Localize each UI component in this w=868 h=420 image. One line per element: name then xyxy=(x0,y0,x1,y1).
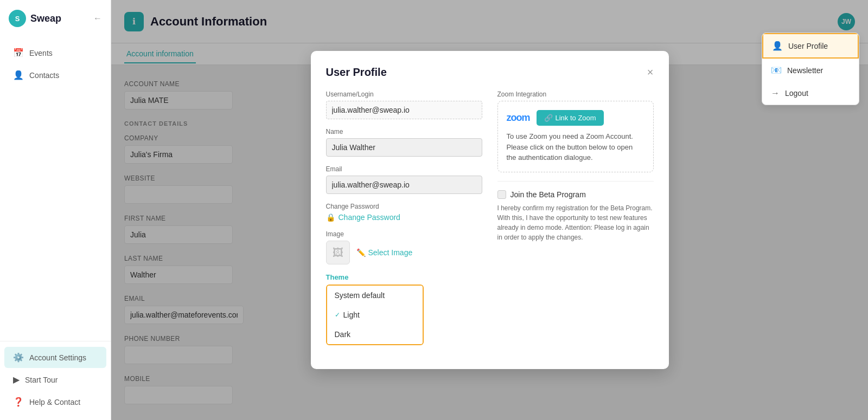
name-field-group: Name xyxy=(326,128,482,157)
beta-check-row: Join the Beta Program xyxy=(497,190,654,199)
theme-option-label: System default xyxy=(335,291,385,300)
theme-option-label: Light xyxy=(343,311,360,319)
zoom-box: zoom 🔗 Link to Zoom To use Zoom you need… xyxy=(497,101,654,172)
sidebar-item-label: Start Tour xyxy=(25,376,58,384)
newsletter-icon: 📧 xyxy=(771,65,782,75)
logout-icon: → xyxy=(771,88,780,98)
settings-icon: ⚙️ xyxy=(13,352,24,363)
theme-label: Theme xyxy=(326,273,482,281)
sidebar-item-contacts[interactable]: 👤 Contacts xyxy=(4,64,106,86)
theme-dropdown[interactable]: System default ✓ Light Dark xyxy=(326,285,424,345)
divider xyxy=(497,181,654,182)
sidebar-item-label: Events xyxy=(29,49,53,57)
modal-email-field-group: Email xyxy=(326,165,482,194)
lock-icon: 🔒 xyxy=(326,213,335,222)
user-profile-icon: 👤 xyxy=(772,41,783,51)
username-input[interactable] xyxy=(326,101,482,119)
check-icon: ✓ xyxy=(335,311,340,319)
zoom-section-label: Zoom Integration xyxy=(497,91,654,98)
zoom-description: To use Zoom you need a Zoom Account. Ple… xyxy=(507,131,644,163)
events-icon: 📅 xyxy=(13,48,24,58)
modal-body: Username/Login Name Email Change Passwor… xyxy=(326,91,654,354)
dropdown-menu: 👤 User Profile 📧 Newsletter → Logout xyxy=(762,33,859,105)
username-label: Username/Login xyxy=(326,91,482,98)
sidebar-nav: 📅 Events 👤 Contacts xyxy=(0,37,111,341)
beta-label: Join the Beta Program xyxy=(510,190,586,199)
image-label: Image xyxy=(326,230,482,238)
beta-checkbox[interactable] xyxy=(497,190,506,199)
theme-option-label: Dark xyxy=(335,330,351,339)
modal-email-input[interactable] xyxy=(326,176,482,194)
collapse-button[interactable]: ← xyxy=(93,14,102,23)
main-content: ℹ Account Information JW Account informa… xyxy=(111,0,868,420)
select-image-button[interactable]: ✏️ Select Image xyxy=(356,248,413,257)
sidebar-bottom: ⚙️ Account Settings ▶ Start Tour ❓ Help … xyxy=(0,341,111,420)
zoom-logo: zoom xyxy=(507,112,530,124)
modal-overlay: User Profile × Username/Login Name Email xyxy=(111,0,868,420)
modal-header: User Profile × xyxy=(326,66,654,79)
modal-left-column: Username/Login Name Email Change Passwor… xyxy=(326,91,482,354)
beta-description: I hereby confirm my registration for the… xyxy=(497,203,654,242)
sidebar-item-start-tour[interactable]: ▶ Start Tour xyxy=(4,369,106,390)
image-area: 🖼 ✏️ Select Image xyxy=(326,241,482,264)
sidebar-item-label: Help & Contact xyxy=(29,398,80,406)
dropdown-item-label: Newsletter xyxy=(787,66,823,75)
dropdown-item-newsletter[interactable]: 📧 Newsletter xyxy=(762,59,859,82)
sidebar-item-events[interactable]: 📅 Events xyxy=(4,42,106,63)
link-icon: 🔗 xyxy=(544,114,553,122)
image-placeholder: 🖼 xyxy=(326,241,350,264)
zoom-link-label: Link to Zoom xyxy=(556,114,596,122)
dropdown-item-user-profile[interactable]: 👤 User Profile xyxy=(762,33,859,59)
beta-section: Join the Beta Program I hereby confirm m… xyxy=(497,190,654,242)
theme-option-dark[interactable]: Dark xyxy=(327,325,423,344)
zoom-header: zoom 🔗 Link to Zoom xyxy=(507,110,644,126)
sidebar-item-help-contact[interactable]: ❓ Help & Contact xyxy=(4,391,106,412)
logo-icon: S xyxy=(9,10,26,27)
modal-email-label: Email xyxy=(326,165,482,173)
image-section: Image 🖼 ✏️ Select Image xyxy=(326,230,482,264)
select-image-label: Select Image xyxy=(368,248,413,257)
sidebar-item-label: Account Settings xyxy=(29,353,86,362)
pencil-icon: ✏️ xyxy=(356,248,366,257)
username-field-group: Username/Login xyxy=(326,91,482,119)
theme-option-light[interactable]: ✓ Light xyxy=(327,305,423,325)
tour-icon: ▶ xyxy=(13,374,20,385)
dropdown-item-logout[interactable]: → Logout xyxy=(762,82,859,105)
modal-close-button[interactable]: × xyxy=(647,66,654,79)
theme-option-system-default[interactable]: System default xyxy=(327,286,423,305)
change-password-group: Change Password 🔒 Change Password xyxy=(326,203,482,222)
theme-section: Theme System default ✓ Light Dark xyxy=(326,273,482,345)
modal-right-column: Zoom Integration zoom 🔗 Link to Zoom To … xyxy=(497,91,654,354)
change-password-btn-label: Change Password xyxy=(339,213,400,222)
dropdown-item-label: User Profile xyxy=(788,42,828,50)
user-profile-modal: User Profile × Username/Login Name Email xyxy=(311,51,669,369)
modal-title: User Profile xyxy=(326,66,387,79)
name-label: Name xyxy=(326,128,482,135)
sidebar-item-account-settings[interactable]: ⚙️ Account Settings xyxy=(4,347,106,368)
logo-area: S Sweap xyxy=(9,10,61,27)
help-icon: ❓ xyxy=(13,397,24,407)
sidebar-item-label: Contacts xyxy=(29,71,59,80)
change-password-button[interactable]: 🔒 Change Password xyxy=(326,213,400,222)
sidebar: S Sweap ← 📅 Events 👤 Contacts ⚙️ Account… xyxy=(0,0,111,420)
name-input[interactable] xyxy=(326,138,482,157)
sidebar-header: S Sweap ← xyxy=(0,0,111,37)
change-password-label: Change Password xyxy=(326,203,482,210)
image-icon: 🖼 xyxy=(333,247,343,259)
logo-text: Sweap xyxy=(30,13,61,24)
zoom-link-button[interactable]: 🔗 Link to Zoom xyxy=(537,110,604,126)
contacts-icon: 👤 xyxy=(13,70,24,80)
dropdown-item-label: Logout xyxy=(785,89,808,98)
